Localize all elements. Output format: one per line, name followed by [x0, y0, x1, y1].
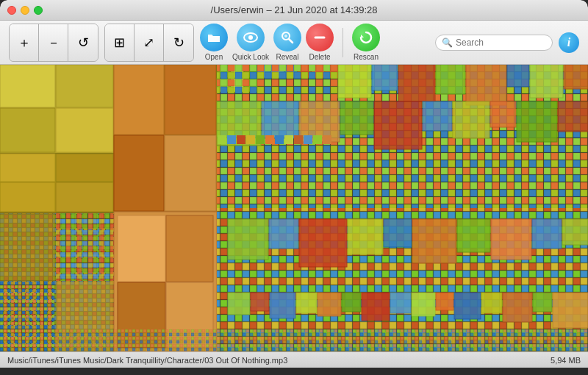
- delete-button[interactable]: [306, 24, 334, 51]
- rescan-label: Rescan: [354, 53, 379, 61]
- plus-icon: ＋: [18, 36, 31, 49]
- refresh-view-button[interactable]: ↻: [164, 24, 193, 61]
- svg-rect-72: [517, 101, 557, 142]
- svg-rect-107: [503, 293, 532, 322]
- svg-rect-101: [362, 293, 390, 321]
- svg-rect-68: [374, 101, 422, 149]
- svg-rect-106: [481, 293, 502, 313]
- svg-rect-89: [384, 219, 412, 247]
- statusbar: Music/iTunes/iTunes Music/Dark Tranquill…: [0, 351, 588, 368]
- delete-button-wrap: Delete: [306, 24, 334, 61]
- svg-rect-62: [530, 65, 563, 98]
- rescan-button-wrap: Rescan: [352, 24, 380, 61]
- svg-rect-102: [390, 293, 411, 313]
- toolbar-separator: [343, 28, 343, 57]
- expand-icon: ⤢: [143, 36, 154, 49]
- add-zoom-button[interactable]: ＋: [10, 24, 39, 61]
- svg-rect-120: [313, 135, 322, 144]
- svg-rect-99: [318, 293, 341, 316]
- svg-rect-15: [0, 182, 55, 212]
- quicklook-button[interactable]: [237, 24, 265, 51]
- svg-rect-92: [491, 219, 531, 260]
- svg-rect-14: [56, 154, 113, 182]
- window-title: /Users/erwin – 21 Jun 2020 at 14:39:28: [211, 4, 378, 15]
- svg-rect-87: [299, 219, 347, 267]
- undo-icon: ↺: [78, 36, 89, 49]
- treemap-view[interactable]: [0, 65, 588, 351]
- open-label: Open: [205, 53, 223, 61]
- svg-rect-122: [0, 329, 588, 351]
- svg-rect-86: [269, 219, 298, 249]
- svg-rect-9: [56, 65, 113, 107]
- grid-view-button[interactable]: ⊞: [105, 24, 135, 61]
- refresh-icon: ↻: [173, 36, 184, 49]
- svg-rect-100: [342, 293, 361, 312]
- svg-rect-93: [532, 219, 562, 249]
- search-input[interactable]: [456, 38, 546, 48]
- svg-rect-70: [453, 101, 490, 138]
- rescan-button[interactable]: [352, 24, 380, 51]
- open-button-wrap: Open: [200, 24, 228, 61]
- open-button[interactable]: [200, 24, 228, 51]
- svg-rect-90: [412, 219, 456, 263]
- minimize-button[interactable]: [21, 6, 29, 15]
- svg-rect-118: [294, 135, 303, 144]
- reveal-button[interactable]: [273, 24, 301, 51]
- quicklook-label: Quick Look: [232, 53, 269, 61]
- svg-rect-116: [275, 135, 284, 144]
- quicklook-button-wrap: Quick Look: [232, 24, 269, 61]
- svg-rect-67: [340, 101, 373, 135]
- svg-rect-115: [265, 135, 274, 144]
- eye-icon: [243, 29, 259, 46]
- fullscreen-button[interactable]: [34, 6, 43, 15]
- delete-label: Delete: [309, 53, 331, 61]
- svg-rect-97: [270, 293, 295, 318]
- info-button[interactable]: i: [559, 32, 579, 53]
- svg-rect-113: [246, 135, 255, 144]
- svg-rect-121: [323, 135, 331, 144]
- svg-rect-96: [251, 293, 269, 311]
- grid-icon: ⊞: [114, 36, 125, 49]
- svg-rect-81: [166, 215, 213, 282]
- svg-rect-21: [165, 135, 216, 211]
- svg-rect-60: [466, 65, 506, 105]
- svg-rect-75: [0, 213, 55, 281]
- svg-rect-110: [218, 135, 226, 144]
- expand-button[interactable]: ⤢: [135, 24, 164, 61]
- search-field-wrap: 🔍: [435, 35, 553, 51]
- rescan-icon: [358, 29, 374, 46]
- svg-rect-8: [0, 65, 55, 107]
- svg-rect-11: [56, 108, 113, 152]
- svg-rect-119: [304, 135, 312, 144]
- svg-rect-94: [562, 219, 588, 245]
- minus-icon: －: [47, 36, 60, 49]
- svg-marker-6: [361, 35, 364, 38]
- svg-rect-71: [490, 101, 516, 127]
- svg-rect-88: [348, 219, 383, 254]
- svg-rect-65: [262, 101, 298, 138]
- titlebar: /Users/erwin – 21 Jun 2020 at 14:39:28: [0, 0, 588, 21]
- svg-rect-63: [564, 65, 588, 89]
- svg-point-4: [284, 35, 287, 38]
- undo-zoom-button[interactable]: ↺: [68, 24, 98, 61]
- svg-rect-105: [454, 293, 481, 319]
- svg-rect-56: [338, 65, 371, 98]
- folder-icon: [206, 29, 222, 46]
- svg-rect-18: [114, 65, 164, 135]
- svg-rect-104: [436, 293, 453, 310]
- remove-zoom-button[interactable]: －: [39, 24, 68, 61]
- svg-rect-58: [398, 65, 435, 101]
- svg-rect-98: [296, 293, 317, 313]
- svg-rect-109: [553, 293, 588, 328]
- action-buttons: Open Quick Look Reveal: [200, 24, 380, 61]
- svg-rect-91: [457, 219, 490, 252]
- svg-rect-59: [436, 65, 465, 94]
- magnifier-icon: [279, 29, 295, 46]
- file-size: 5,94 MB: [551, 356, 581, 365]
- svg-rect-103: [412, 293, 435, 316]
- svg-line-3: [289, 39, 293, 43]
- close-button[interactable]: [7, 6, 16, 15]
- svg-rect-73: [558, 101, 588, 132]
- info-icon: i: [567, 36, 570, 49]
- svg-rect-69: [423, 101, 452, 131]
